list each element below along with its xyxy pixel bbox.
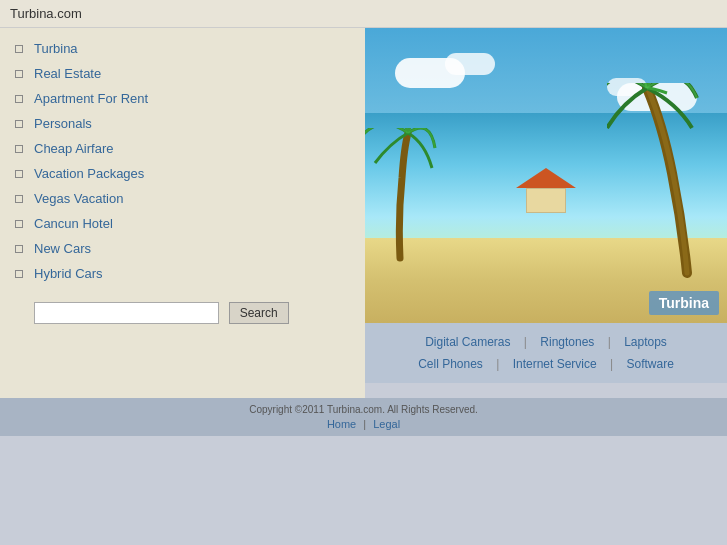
sidebar-item-label: Personals xyxy=(34,116,92,131)
hut-decoration xyxy=(516,168,576,213)
nav-bullet-icon xyxy=(12,167,26,181)
nav-bullet-icon xyxy=(12,142,26,156)
main-wrapper: TurbinaReal EstateApartment For RentPers… xyxy=(0,28,727,398)
copyright-text: Copyright ©2011 Turbina.com. All Rights … xyxy=(0,404,727,415)
nav-list: TurbinaReal EstateApartment For RentPers… xyxy=(0,36,365,286)
sidebar-item-apartment-for-rent[interactable]: Apartment For Rent xyxy=(0,86,365,111)
sidebar-item-personals[interactable]: Personals xyxy=(0,111,365,136)
palm-right-svg xyxy=(607,83,727,283)
hut-body xyxy=(526,188,566,213)
cloud-decoration xyxy=(445,53,495,75)
sidebar-item-cancun-hotel[interactable]: Cancun Hotel xyxy=(0,211,365,236)
links-panel: Digital Cameras | Ringtones | Laptops Ce… xyxy=(365,323,727,383)
sidebar-item-label: Cheap Airfare xyxy=(34,141,114,156)
software-link[interactable]: Software xyxy=(627,357,674,371)
nav-bullet-icon xyxy=(12,67,26,81)
sidebar-item-cheap-airfare[interactable]: Cheap Airfare xyxy=(0,136,365,161)
sidebar-item-vegas-vacation[interactable]: Vegas Vacation xyxy=(0,186,365,211)
home-link[interactable]: Home xyxy=(327,418,356,430)
title-bar: Turbina.com xyxy=(0,0,727,28)
search-area: Search xyxy=(0,286,365,344)
sidebar-item-label: New Cars xyxy=(34,241,91,256)
sidebar-item-label: Vegas Vacation xyxy=(34,191,123,206)
window-title: Turbina.com xyxy=(10,6,82,21)
nav-bullet-icon xyxy=(12,42,26,56)
sidebar-item-label: Cancun Hotel xyxy=(34,216,113,231)
links-row-2: Cell Phones | Internet Service | Softwar… xyxy=(365,353,727,375)
sidebar-item-vacation-packages[interactable]: Vacation Packages xyxy=(0,161,365,186)
sidebar-item-label: Apartment For Rent xyxy=(34,91,148,106)
links-row-1: Digital Cameras | Ringtones | Laptops xyxy=(365,331,727,353)
nav-bullet-icon xyxy=(12,217,26,231)
search-button[interactable]: Search xyxy=(229,302,289,324)
footer-links: Home | Legal xyxy=(0,418,727,430)
right-panel: Turbina Digital Cameras | Ringtones | La… xyxy=(365,28,727,398)
sidebar-item-label: Real Estate xyxy=(34,66,101,81)
nav-bullet-icon xyxy=(12,242,26,256)
beach-image: Turbina xyxy=(365,28,727,323)
footer: Copyright ©2011 Turbina.com. All Rights … xyxy=(0,398,727,436)
internet-service-link[interactable]: Internet Service xyxy=(513,357,597,371)
sidebar-item-label: Vacation Packages xyxy=(34,166,144,181)
sidebar-item-label: Hybrid Cars xyxy=(34,266,103,281)
sidebar-item-new-cars[interactable]: New Cars xyxy=(0,236,365,261)
sidebar-item-label: Turbina xyxy=(34,41,78,56)
hut-roof xyxy=(516,168,576,188)
sidebar-item-real-estate[interactable]: Real Estate xyxy=(0,61,365,86)
legal-link[interactable]: Legal xyxy=(373,418,400,430)
brand-overlay: Turbina xyxy=(649,291,719,315)
sidebar-item-turbina[interactable]: Turbina xyxy=(0,36,365,61)
cell-phones-link[interactable]: Cell Phones xyxy=(418,357,483,371)
nav-bullet-icon xyxy=(12,117,26,131)
digital-cameras-link[interactable]: Digital Cameras xyxy=(425,335,510,349)
laptops-link[interactable]: Laptops xyxy=(624,335,667,349)
palm-left-svg xyxy=(365,128,440,268)
search-input[interactable] xyxy=(34,302,219,324)
ringtones-link[interactable]: Ringtones xyxy=(540,335,594,349)
nav-bullet-icon xyxy=(12,192,26,206)
sidebar-item-hybrid-cars[interactable]: Hybrid Cars xyxy=(0,261,365,286)
nav-bullet-icon xyxy=(12,267,26,281)
sidebar: TurbinaReal EstateApartment For RentPers… xyxy=(0,28,365,398)
nav-bullet-icon xyxy=(12,92,26,106)
